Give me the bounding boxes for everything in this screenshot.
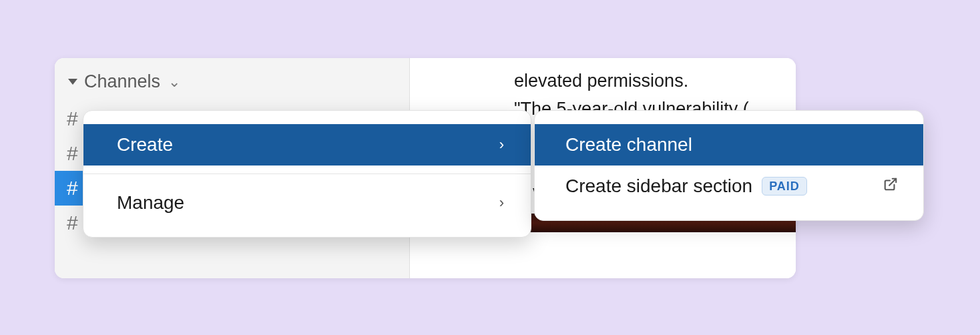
menu-divider	[83, 174, 531, 174]
menu-item-label: Create	[117, 134, 173, 155]
submenu-item-label: Create channel	[565, 134, 692, 155]
paid-badge: PAID	[762, 177, 807, 196]
hash-icon: #	[67, 107, 84, 130]
menu-item-manage[interactable]: Manage ›	[83, 182, 531, 224]
chevron-right-icon: ›	[499, 136, 504, 153]
channels-section-label: Channels	[84, 71, 160, 92]
channels-section-header[interactable]: Channels ⌄	[55, 67, 409, 101]
menu-item-label: Manage	[117, 192, 184, 214]
submenu-item-create-channel[interactable]: Create channel	[535, 124, 923, 165]
hash-icon: #	[67, 212, 84, 234]
chevron-right-icon: ›	[499, 194, 504, 212]
create-submenu: Create channel Create sidebar section PA…	[534, 110, 924, 221]
channels-context-menu: Create › Manage ›	[83, 110, 531, 238]
hash-icon: #	[67, 177, 84, 200]
chevron-down-icon: ⌄	[168, 73, 180, 91]
message-line: elevated permissions.	[422, 67, 784, 95]
submenu-item-create-sidebar-section[interactable]: Create sidebar section PAID	[535, 165, 923, 207]
submenu-item-label: Create sidebar section	[565, 176, 752, 197]
external-link-icon	[883, 177, 898, 196]
hash-icon: #	[67, 142, 84, 165]
menu-item-create[interactable]: Create ›	[83, 124, 531, 165]
svg-line-0	[889, 179, 896, 186]
caret-down-icon	[68, 79, 77, 85]
